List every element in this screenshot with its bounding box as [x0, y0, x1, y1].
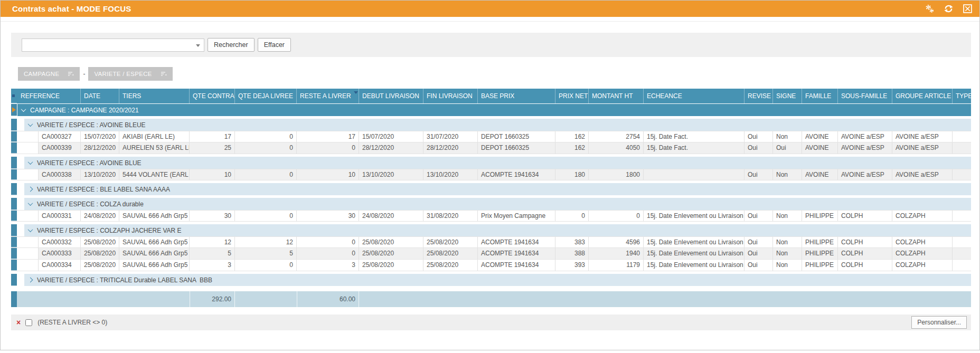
- chevron-down-icon[interactable]: [196, 44, 200, 47]
- group-row[interactable]: VARIETE / ESPECE : AVOINE BLEUE: [11, 119, 971, 131]
- cell-qte-contra: 17: [190, 131, 235, 142]
- cell-qte-deja-livree: 0: [235, 260, 297, 271]
- cell-tiers: 5444 VOLANTE (EARL: [119, 169, 190, 180]
- table-row[interactable]: CA00033124/08/2020SAUVAL 666 Adh Grp5300…: [11, 210, 971, 222]
- column-header-montant-ht[interactable]: MONTANT HT: [589, 89, 644, 103]
- cell-reste-a-livrer: 0: [297, 248, 359, 259]
- app-window: Contrats achat - MODE FOCUS: [0, 0, 980, 350]
- search-button[interactable]: Rechercher: [208, 38, 255, 52]
- column-header-echeance[interactable]: ECHEANCE: [644, 89, 745, 103]
- column-header-tiers[interactable]: TIERS: [119, 89, 190, 103]
- group-tag-campagne[interactable]: CAMPAGNE: [18, 67, 80, 81]
- chevron-down-icon[interactable]: [28, 159, 33, 165]
- filter-enabled-checkbox[interactable]: [25, 319, 32, 326]
- chevron-down-icon[interactable]: [28, 121, 33, 127]
- cell-date: 24/08/2020: [81, 211, 119, 221]
- cell-type: [953, 131, 971, 142]
- group-row[interactable]: VARIETE / ESPECE : AVOINE BLUE: [11, 157, 971, 169]
- table-row[interactable]: CA00032715/07/2020AKIABI (EARL LE)170171…: [11, 131, 971, 142]
- cell-montant-ht: 1940: [589, 248, 644, 259]
- group-row-bar: VARIETE / ESPECE : BLE LABEL SANA AAAA: [24, 183, 971, 195]
- column-header-famille[interactable]: FAMILLE: [802, 89, 838, 103]
- cell-famille: AVOINE: [802, 131, 838, 142]
- row-indicator: [11, 169, 17, 180]
- clear-button[interactable]: Effacer: [258, 38, 291, 52]
- total-type: [953, 291, 972, 307]
- cell-reste-a-livrer: 17: [297, 131, 359, 142]
- group-row[interactable]: CAMPAGNE : CAMPAGNE 2020/2021: [11, 104, 971, 116]
- column-header-prix-net[interactable]: PRIX NET: [555, 89, 589, 103]
- cell-qte-deja-livree: 0: [235, 211, 297, 221]
- cell-qte-deja-livree: 12: [235, 237, 297, 247]
- column-header-qte-deja-livree[interactable]: QTE DEJA LIVREE: [235, 89, 297, 103]
- cell-debut-livraison: 28/12/2020: [359, 142, 423, 154]
- cell-fin-livraison: 28/12/2020: [423, 142, 478, 154]
- table-row[interactable]: CA00033813/10/20205444 VOLANTE (EARL1001…: [11, 169, 971, 180]
- cell-reference: CA000338: [39, 169, 81, 180]
- column-header-date[interactable]: DATE: [81, 89, 119, 103]
- column-header-label: MONTANT HT: [592, 92, 633, 100]
- group-row[interactable]: VARIETE / ESPECE : BLE LABEL SANA AAAA: [11, 183, 971, 195]
- table-row[interactable]: CA00033425/08/2020SAUVAL 666 Adh Grp5303…: [11, 260, 971, 271]
- column-header-revise[interactable]: REVISE: [745, 89, 773, 103]
- total-montant-ht: [589, 291, 644, 307]
- filter-bar: × (RESTE A LIVRER <> 0) Personnaliser...: [11, 314, 971, 330]
- chevron-right-icon[interactable]: [28, 278, 33, 283]
- cell-debut-livraison: 24/08/2020: [359, 211, 423, 221]
- cell-montant-ht: 4596: [589, 237, 644, 247]
- total-fin-livraison: [423, 291, 478, 307]
- column-header-qte-contra[interactable]: QTE CONTRA: [190, 89, 235, 103]
- table-row[interactable]: CA00033928/12/2020AURELIEN 53 (EARL LE25…: [11, 142, 971, 154]
- cell-revise: Oui: [745, 211, 773, 221]
- cell-signe: Oui: [773, 142, 802, 154]
- group-tag-variete-espece[interactable]: VARIETE / ESPECE: [88, 67, 172, 81]
- cell-reste-a-livrer: 0: [297, 237, 359, 247]
- cell-date: 25/08/2020: [81, 260, 119, 271]
- cell-sous-famille: COLPH: [838, 248, 892, 259]
- cell-sous-famille: COLPH: [838, 237, 892, 247]
- column-header-base-prix[interactable]: BASE PRIX: [478, 89, 555, 103]
- cell-base-prix: DEPOT 1660325: [478, 131, 555, 142]
- table-row[interactable]: CA00033225/08/2020SAUVAL 666 Adh Grp5121…: [11, 236, 971, 248]
- chevron-down-icon[interactable]: [28, 227, 33, 232]
- cell-debut-livraison: 25/08/2020: [359, 237, 423, 247]
- chevron-right-icon[interactable]: [28, 187, 33, 192]
- column-header-fin-livraison[interactable]: FIN LIVRAISON: [423, 89, 478, 103]
- column-header-groupe-article[interactable]: GROUPE ARTICLE: [892, 89, 953, 103]
- column-header-type[interactable]: TYPE: [953, 89, 971, 103]
- table-row[interactable]: CA00033325/08/2020SAUVAL 666 Adh Grp5550…: [11, 248, 971, 260]
- row-indicator: [11, 224, 17, 236]
- cell-sous-famille: AVOINE a/ESP: [838, 131, 892, 142]
- group-row[interactable]: VARIETE / ESPECE : COLZA durable: [11, 198, 971, 210]
- total-debut-livraison: [359, 291, 423, 307]
- cell-reste-a-livrer: 30: [297, 211, 359, 221]
- column-header-reste-a-livrer[interactable]: RESTE A LIVRER: [297, 89, 359, 103]
- titlebar: Contrats achat - MODE FOCUS: [1, 1, 979, 17]
- cell-prix-net: 180: [555, 169, 589, 180]
- column-header-label: TYPE: [956, 92, 971, 100]
- remove-filter-icon[interactable]: ×: [16, 319, 21, 326]
- total-reference: [17, 291, 81, 307]
- cell-prix-net: 162: [555, 131, 589, 142]
- chevron-down-icon[interactable]: [21, 107, 26, 112]
- cell-sous-famille: AVOINE a/ESP: [838, 169, 892, 180]
- column-header-signe[interactable]: SIGNE: [773, 89, 802, 103]
- customize-button[interactable]: Personnaliser...: [911, 316, 967, 329]
- refresh-icon[interactable]: [944, 4, 953, 13]
- cell-qte-contra: 12: [190, 237, 235, 247]
- chevron-down-icon[interactable]: [28, 201, 33, 206]
- cell-type: [953, 237, 971, 247]
- cell-debut-livraison: 25/08/2020: [359, 248, 423, 259]
- gears-icon[interactable]: [925, 4, 934, 13]
- compress-icon[interactable]: [963, 4, 972, 13]
- column-header-debut-livraison[interactable]: DEBUT LIVRAISON: [359, 89, 423, 103]
- column-header-sous-famille[interactable]: SOUS-FAMILLE: [838, 89, 892, 103]
- group-row[interactable]: VARIETE / ESPECE : COLZAPH JACHERE VAR E: [11, 224, 971, 236]
- cell-tiers: SAUVAL 666 Adh Grp5: [119, 237, 190, 247]
- search-combobox[interactable]: [22, 39, 204, 52]
- cell-echeance: [644, 169, 745, 180]
- group-row[interactable]: VARIETE / ESPECE : TRITICALE Durable LAB…: [11, 274, 971, 286]
- column-header-reference[interactable]: REFERENCE: [17, 89, 81, 103]
- cell-revise: Oui: [745, 142, 773, 154]
- group-row-label: CAMPAGNE : CAMPAGNE 2020/2021: [30, 107, 139, 114]
